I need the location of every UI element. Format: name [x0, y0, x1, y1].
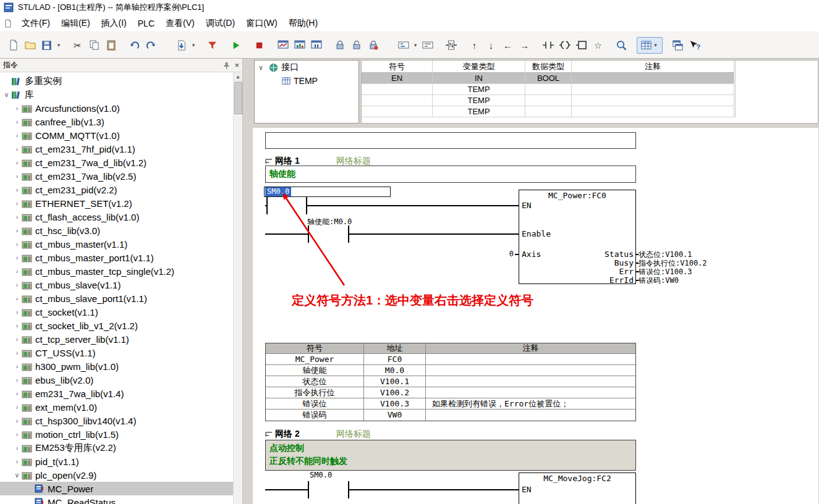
- chevron-right-icon[interactable]: ›: [12, 335, 22, 343]
- network1-comment-box[interactable]: 轴使能: [265, 166, 636, 183]
- sidebar-library-item[interactable]: › ct_mbus_master_tcp_single(v1.2): [0, 264, 233, 278]
- contact-sm00-label[interactable]: SM0.0: [310, 471, 332, 479]
- undo-button[interactable]: [126, 37, 143, 54]
- sidebar-item-library[interactable]: ∨ 库: [0, 88, 233, 101]
- chevron-right-icon[interactable]: ›: [12, 390, 22, 397]
- cell-symbol[interactable]: 指令执行位: [266, 387, 364, 398]
- sidebar-scrollbar[interactable]: ▲: [233, 72, 242, 504]
- ladder-editor[interactable]: 网络 1 网络标题 轴使能 SM0.0: [253, 128, 818, 504]
- move-right-button[interactable]: →: [516, 37, 533, 54]
- interface-temp-item[interactable]: TEMP: [255, 74, 359, 88]
- sidebar-library-item[interactable]: › ext_mem(v1.0): [0, 400, 233, 414]
- column-header-comment[interactable]: 注释: [426, 343, 635, 354]
- chevron-right-icon[interactable]: ›: [12, 417, 22, 424]
- cell-comment[interactable]: [426, 354, 635, 365]
- cell-comment[interactable]: [426, 365, 635, 376]
- sidebar-library-item[interactable]: › ct_hsp300_libv140(v1.4): [0, 414, 233, 427]
- output-status-operand[interactable]: 状态位:V100.1: [639, 250, 692, 259]
- redo-button[interactable]: [143, 37, 159, 54]
- sidebar-library-item[interactable]: › ct_hsc_lib(v3.0): [0, 224, 233, 237]
- sidebar-library-item[interactable]: › pid_t(v1.1): [0, 455, 233, 468]
- chevron-down-icon[interactable]: ∨: [2, 91, 11, 99]
- sidebar-library-item[interactable]: › COMM_MQTT(v1.0): [0, 128, 233, 142]
- lock-project-button[interactable]: [348, 37, 365, 54]
- sidebar-library-item[interactable]: › motion_ctrl_lib(v1.5): [0, 427, 233, 441]
- chevron-right-icon[interactable]: ›: [12, 376, 22, 384]
- menu-insert[interactable]: 插入(I): [96, 15, 132, 32]
- move-left-button[interactable]: ←: [499, 37, 516, 54]
- absolute-addressing-button[interactable]: [419, 37, 436, 54]
- move-up-button[interactable]: ↑: [466, 37, 483, 54]
- compile-filter-button[interactable]: [204, 37, 221, 54]
- sidebar-library-item[interactable]: › ct_socket_lib_v1_2(v1.2): [0, 319, 233, 332]
- save-button[interactable]: [38, 37, 55, 54]
- chevron-right-icon[interactable]: ›: [12, 430, 22, 438]
- block2-title[interactable]: MC_MoveJog:FC2: [519, 474, 636, 482]
- block-title[interactable]: MC_Power:FC0: [519, 191, 636, 200]
- save-dropdown-arrow[interactable]: ▾: [55, 42, 62, 48]
- network2-comment-box[interactable]: 点动控制 正反转不能同时触发: [265, 440, 636, 471]
- lock-pou-button[interactable]: [331, 37, 348, 54]
- sidebar-library-item[interactable]: › ct_mbus_master(v1.1): [0, 237, 233, 251]
- operand-edit-box[interactable]: SM0.0: [264, 187, 391, 197]
- cell-vartype[interactable]: IN: [433, 73, 525, 84]
- sidebar-library-item[interactable]: › h300_pwm_lib(v1.0): [0, 359, 233, 373]
- cell-symbol[interactable]: 错误位: [266, 398, 364, 410]
- column-header-vartype[interactable]: 变量类型: [433, 61, 525, 73]
- instruction-wizard-button[interactable]: ☆: [590, 37, 606, 54]
- column-header-symbol[interactable]: 符号: [362, 61, 433, 73]
- download-dropdown-arrow[interactable]: ▾: [190, 42, 197, 48]
- chart-monitor-button[interactable]: [291, 37, 308, 54]
- network2-label[interactable]: 网络 2: [265, 429, 300, 440]
- chevron-right-icon[interactable]: ›: [12, 281, 22, 288]
- output-errid-operand[interactable]: 错误码:VW0: [639, 276, 679, 285]
- cut-button[interactable]: ✂: [69, 37, 86, 54]
- cell-datatype[interactable]: [525, 95, 572, 106]
- cell-vartype[interactable]: TEMP: [433, 84, 525, 95]
- scroll-up-button[interactable]: ▲: [234, 72, 242, 82]
- variable-table-row[interactable]: TEMP: [362, 106, 735, 117]
- insert-contact-button[interactable]: [540, 37, 556, 54]
- insert-coil-button[interactable]: [556, 37, 573, 54]
- cell-symbol[interactable]: MC_Power: [266, 354, 364, 365]
- menu-edit[interactable]: 编辑(E): [56, 15, 96, 32]
- cell-comment[interactable]: [426, 387, 635, 398]
- sidebar-library-item[interactable]: › ETHERNET_SET(v1.2): [0, 196, 233, 210]
- sidebar-library-item[interactable]: › canfree_lib(v1.3): [0, 115, 233, 128]
- selected-operand[interactable]: SM0.0: [265, 187, 291, 196]
- sidebar-item-plc-open[interactable]: ∨ plc_open(v2.9): [0, 468, 233, 482]
- variable-table-row[interactable]: EN IN BOOL: [362, 73, 735, 84]
- cell-vartype[interactable]: TEMP: [433, 106, 525, 117]
- download-button[interactable]: [173, 37, 190, 54]
- output-busy-operand[interactable]: 指令执行位:V100.2: [639, 259, 707, 267]
- chevron-right-icon[interactable]: ›: [12, 458, 22, 465]
- symbol-table-row[interactable]: 错误码 VW0: [266, 410, 635, 421]
- chevron-right-icon[interactable]: ›: [12, 308, 22, 316]
- chevron-right-icon[interactable]: ›: [12, 227, 22, 234]
- sidebar-library-item[interactable]: › ct_flash_access_lib(v1.0): [0, 210, 233, 224]
- chevron-right-icon[interactable]: ›: [12, 349, 22, 356]
- chevron-right-icon[interactable]: ›: [12, 363, 22, 370]
- sidebar-library-item[interactable]: › ct_mbus_slave(v1.1): [0, 278, 233, 292]
- cell-address[interactable]: M0.0: [364, 365, 426, 376]
- cell-symbol[interactable]: 错误码: [266, 410, 364, 421]
- sidebar-library-item[interactable]: › Arcusfunctions(v1.0): [0, 101, 233, 115]
- column-header-address[interactable]: 地址: [364, 343, 426, 354]
- cell-comment[interactable]: 如果检测到有错误，Error位被置位；: [426, 398, 635, 410]
- copy-button[interactable]: [86, 37, 103, 54]
- chevron-right-icon[interactable]: ›: [12, 267, 22, 275]
- status-monitor-button[interactable]: [308, 37, 325, 54]
- menu-help[interactable]: 帮助(H): [283, 15, 323, 32]
- sidebar-library-item[interactable]: › ct_em231_7wa_d_lib(v1.2): [0, 156, 233, 169]
- sidebar-library-item[interactable]: › CT_USS(v1.1): [0, 346, 233, 359]
- cell-address[interactable]: V100.1: [364, 376, 426, 387]
- new-file-button[interactable]: [5, 37, 22, 54]
- variable-table-row[interactable]: TEMP: [362, 95, 735, 106]
- chevron-right-icon[interactable]: ›: [12, 322, 22, 329]
- view-table-dropdown-arrow[interactable]: ▾: [652, 42, 660, 48]
- cell-vartype[interactable]: TEMP: [433, 95, 525, 106]
- sidebar-library-item[interactable]: › ct_em231_7wa_lib(v2.5): [0, 169, 233, 183]
- cell-comment[interactable]: [426, 376, 635, 387]
- network2-title[interactable]: 网络标题: [336, 429, 371, 440]
- pin-icon[interactable]: [223, 62, 230, 69]
